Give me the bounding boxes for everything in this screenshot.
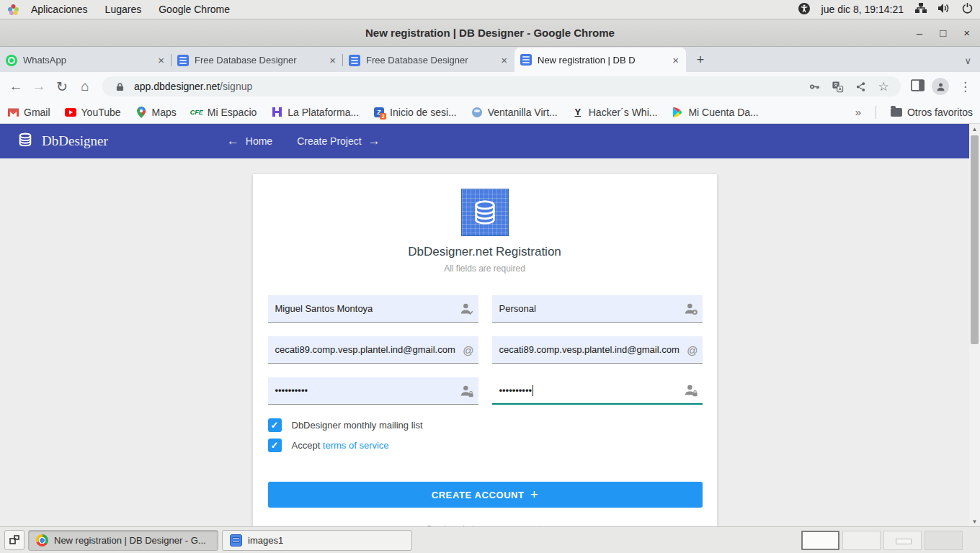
share-icon[interactable] — [852, 81, 869, 92]
nav-home-link[interactable]: ← Home — [227, 134, 272, 148]
at-icon: @ — [463, 343, 473, 356]
volume-icon[interactable] — [938, 3, 950, 16]
scrollbar-thumb[interactable] — [971, 135, 979, 344]
window-controls: – □ × — [917, 19, 970, 46]
close-button[interactable]: × — [963, 27, 970, 38]
gmail-icon — [7, 107, 19, 118]
menu-lugares[interactable]: Lugares — [105, 4, 142, 15]
lock-icon[interactable] — [111, 82, 128, 91]
chrome-icon — [36, 534, 48, 547]
profile-avatar[interactable] — [932, 78, 949, 95]
password-field[interactable]: •••••••••• — [268, 377, 478, 405]
home-button[interactable]: ⌂ — [75, 78, 95, 94]
side-panel-icon[interactable] — [911, 79, 925, 94]
z2-icon: Z2 — [373, 107, 385, 118]
bookmark-youtube[interactable]: YouTube — [65, 107, 121, 118]
tab-new-registration[interactable]: New registration | DB D × — [514, 48, 686, 72]
bookmark-hackers-whiteboard[interactable]: Y Hacker´s Whi... — [572, 107, 658, 118]
other-bookmarks-folder[interactable]: Otros favoritos — [891, 107, 973, 118]
workspace-1[interactable] — [801, 531, 839, 550]
bookmark-mi-cuenta[interactable]: Mi Cuenta Da... — [672, 107, 758, 118]
ventanilla-icon — [471, 107, 483, 118]
bookmark-maps[interactable]: Maps — [135, 107, 177, 118]
address-bar[interactable]: app.dbdesigner.net/signup ☆ — [102, 76, 901, 96]
workspace-3[interactable] — [883, 531, 922, 550]
folder-icon — [891, 107, 902, 118]
chrome-menu-icon[interactable]: ⋮ — [956, 79, 974, 94]
task-images1[interactable]: images1 — [222, 530, 412, 551]
bookmarks-overflow-icon[interactable]: » — [855, 106, 861, 118]
toolbar-right-controls: ⋮ — [908, 78, 974, 95]
bookmark-gmail[interactable]: Gmail — [7, 107, 50, 118]
whatsapp-icon — [6, 55, 17, 66]
cfe-icon: CFE — [191, 107, 202, 118]
tab-whatsapp[interactable]: WhatsApp × — [0, 48, 172, 72]
tab-close-icon[interactable]: × — [499, 54, 509, 66]
mailing-list-row: ✓ DbDesigner monthly mailing list — [268, 418, 717, 432]
url-host: app.dbdesigner.net/signup — [134, 80, 252, 93]
task-chrome-window[interactable]: New registration | DB Designer - G... — [28, 530, 218, 551]
bookmark-mi-espacio[interactable]: CFE Mi Espacio — [191, 107, 257, 118]
play-triangle-icon — [672, 107, 683, 118]
translate-icon[interactable] — [829, 81, 846, 93]
email-field[interactable]: cecati89.comp.vesp.plantel.ind@gmail.com… — [268, 336, 478, 364]
panel-indicators: jue dic 8, 19:14:21 — [798, 3, 973, 17]
dbdesigner-app-icon — [461, 189, 509, 236]
bookmark-inicio-de-sesion[interactable]: Z2 Inicio de sesi... — [373, 107, 457, 118]
password-key-icon[interactable] — [806, 81, 823, 93]
window-list-button[interactable] — [4, 530, 24, 550]
site-brand[interactable]: DbDesigner — [17, 132, 108, 150]
menu-google-chrome[interactable]: Google Chrome — [159, 4, 230, 15]
new-tab-button[interactable]: + — [690, 50, 710, 70]
full-name-field[interactable]: Miguel Santos Montoya — [268, 295, 478, 323]
back-arrow-icon: ← — [227, 134, 239, 148]
terms-of-service-link[interactable]: terms of service — [323, 440, 389, 451]
menu-aplicaciones[interactable]: Aplicaciones — [31, 4, 88, 15]
workspace-2[interactable] — [842, 531, 881, 550]
dbdesigner-favicon — [520, 54, 532, 66]
forward-arrow-icon: → — [368, 134, 380, 148]
page-scrollbar[interactable]: ▲ ▼ — [969, 124, 980, 526]
back-button[interactable]: ← — [6, 78, 26, 94]
workspace-switcher — [801, 531, 963, 550]
mailing-list-checkbox[interactable]: ✓ — [268, 418, 282, 432]
scroll-up-icon[interactable]: ▲ — [969, 124, 980, 134]
system-panel: Aplicaciones Lugares Google Chrome jue d… — [0, 0, 980, 19]
plataforma-icon — [271, 107, 282, 118]
nav-create-project-link[interactable]: Create Project → — [297, 134, 380, 148]
power-icon[interactable] — [962, 3, 973, 16]
workspace-4[interactable] — [925, 531, 963, 550]
network-icon[interactable] — [915, 3, 927, 16]
minimize-button[interactable]: – — [917, 27, 922, 38]
bookmark-ventanilla-virtual[interactable]: Ventanilla Virt... — [471, 107, 558, 118]
bookmark-star-icon[interactable]: ☆ — [875, 79, 892, 94]
panel-clock[interactable]: jue dic 8, 19:14:21 — [821, 4, 904, 15]
url-path: /signup — [220, 81, 252, 92]
youtube-icon — [65, 107, 76, 118]
password-confirm-field[interactable]: •••••••••• — [492, 377, 703, 405]
accessibility-icon[interactable] — [798, 3, 810, 17]
tab-close-icon[interactable]: × — [328, 54, 337, 66]
tab-strip: WhatsApp × Free Database Designer × Free… — [0, 47, 980, 72]
reload-button[interactable]: ↻ — [52, 78, 72, 95]
scroll-down-icon[interactable]: ▼ — [969, 516, 980, 526]
tab-search-chevron-icon[interactable]: ∨ — [964, 55, 971, 66]
email-confirm-field[interactable]: cecati89.comp.vesp.plantel.ind@gmail.com… — [492, 336, 703, 364]
dbdesigner-favicon — [177, 55, 189, 66]
tab-free-database-designer-2[interactable]: Free Database Designer × — [343, 48, 514, 72]
create-account-button[interactable]: CREATE ACCOUNT + — [268, 482, 703, 508]
window-titlebar[interactable]: New registration | DB Designer - Google … — [0, 19, 980, 47]
forward-button[interactable]: → — [29, 78, 49, 94]
maximize-button[interactable]: □ — [940, 27, 946, 38]
window-title: New registration | DB Designer - Google … — [365, 27, 615, 39]
terms-checkbox[interactable]: ✓ — [268, 439, 282, 452]
tab-close-icon[interactable]: × — [156, 54, 166, 66]
account-type-field[interactable]: Personal — [492, 295, 703, 323]
panel-menus: Aplicaciones Lugares Google Chrome — [7, 4, 230, 16]
desktop: Aplicaciones Lugares Google Chrome jue d… — [0, 0, 980, 553]
bookmarks-divider — [876, 106, 876, 119]
bookmark-la-plataforma[interactable]: La Plataforma... — [271, 107, 359, 118]
tab-close-icon[interactable]: × — [671, 54, 680, 66]
tab-free-database-designer-1[interactable]: Free Database Designer × — [172, 48, 343, 72]
person-add-icon — [684, 302, 698, 315]
